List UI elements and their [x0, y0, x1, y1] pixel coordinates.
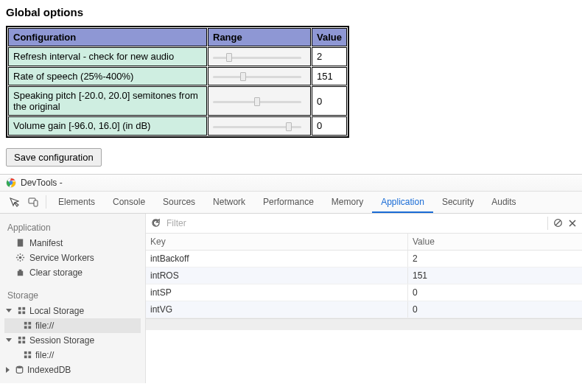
- save-button[interactable]: Save configuration: [6, 148, 102, 167]
- tree-node-label: IndexedDB: [27, 365, 71, 375]
- table-row: Volume gain [-96.0, 16.0] (in dB)0: [8, 116, 347, 136]
- storage-key: intSP: [146, 284, 408, 301]
- svg-rect-13: [28, 326, 31, 329]
- svg-point-22: [16, 366, 22, 368]
- storage-row[interactable]: intVG0: [146, 301, 582, 318]
- storage-row[interactable]: intROS151: [146, 267, 582, 284]
- range-slider[interactable]: [213, 122, 301, 132]
- devtools-tabbar: ElementsConsoleSourcesNetworkPerformance…: [0, 192, 582, 214]
- tab-application[interactable]: Application: [372, 192, 433, 213]
- storage-key: intBackoff: [146, 251, 408, 267]
- sidebar-item-label: Clear storage: [29, 267, 83, 278]
- sidebar-item-manifest[interactable]: Manifest: [4, 236, 141, 251]
- svg-rect-19: [28, 351, 31, 354]
- storage-value: 0: [408, 301, 582, 318]
- tab-security[interactable]: Security: [433, 192, 483, 213]
- storage-table-header: Key Value: [146, 234, 582, 251]
- trash-icon: [15, 267, 25, 278]
- svg-rect-3: [34, 200, 38, 206]
- svg-rect-9: [22, 312, 25, 315]
- config-label: Speaking pitch [-20.0, 20.0] semitones f…: [8, 86, 207, 116]
- storage-value: 151: [408, 267, 582, 284]
- caret-icon: [6, 338, 12, 342]
- storage-value: 2: [408, 251, 582, 267]
- tab-network[interactable]: Network: [204, 192, 254, 213]
- grid-icon: [16, 335, 27, 346]
- svg-rect-15: [22, 337, 25, 340]
- config-value: 0: [312, 86, 347, 116]
- tree-node-label: Local Storage: [29, 306, 84, 316]
- table-row: Speaking pitch [-20.0, 20.0] semitones f…: [8, 86, 347, 116]
- sidebar-item-clear-storage[interactable]: Clear storage: [4, 265, 141, 280]
- divider: [547, 217, 548, 230]
- storage-value: 0: [408, 284, 582, 301]
- svg-rect-16: [18, 341, 21, 344]
- devtools-panel: DevTools - ElementsConsoleSourcesNetwork…: [0, 174, 582, 383]
- col-header-config: Configuration: [8, 28, 207, 46]
- block-icon[interactable]: [553, 218, 563, 228]
- storage-row[interactable]: intBackoff2: [146, 251, 582, 267]
- svg-rect-18: [24, 351, 27, 354]
- caret-icon: [6, 367, 10, 373]
- svg-rect-6: [18, 307, 21, 310]
- kv-header-value: Value: [408, 234, 582, 250]
- inspect-icon[interactable]: [4, 192, 24, 212]
- storage-key: intVG: [146, 301, 408, 318]
- svg-rect-8: [18, 312, 21, 315]
- devtools-sidebar: Application ManifestService WorkersClear…: [0, 214, 146, 383]
- tab-audits[interactable]: Audits: [483, 192, 525, 213]
- svg-rect-14: [18, 337, 21, 340]
- devtools-title: DevTools -: [21, 178, 63, 188]
- col-header-range: Range: [208, 28, 311, 46]
- config-value: 151: [312, 67, 347, 86]
- grid-icon: [22, 321, 32, 331]
- storage-row[interactable]: intSP0: [146, 284, 582, 301]
- tree-child-file[interactable]: file://: [4, 318, 141, 333]
- sidebar-section-application: Application: [4, 220, 141, 236]
- config-table: Configuration Range Value Refresh interv…: [6, 26, 349, 138]
- database-icon: [14, 365, 24, 375]
- sidebar-section-storage: Storage: [4, 287, 141, 304]
- caret-icon: [6, 309, 12, 312]
- refresh-icon[interactable]: [150, 218, 161, 228]
- tree-child-file[interactable]: file://: [4, 348, 141, 363]
- grid-icon: [22, 350, 32, 360]
- tab-memory[interactable]: Memory: [323, 192, 372, 213]
- config-value: 0: [312, 116, 347, 136]
- storage-table-footer: [146, 318, 582, 330]
- config-slider-cell: [208, 47, 311, 66]
- config-label: Volume gain [-96.0, 16.0] (in dB): [8, 116, 207, 136]
- config-slider-cell: [208, 67, 311, 86]
- storage-key: intROS: [146, 267, 408, 284]
- svg-rect-4: [17, 239, 22, 247]
- filter-input[interactable]: [165, 216, 543, 231]
- svg-rect-7: [22, 307, 25, 310]
- range-slider[interactable]: [213, 52, 301, 63]
- tree-node-local-storage[interactable]: Local Storage: [4, 304, 141, 318]
- tree-child-label: file://: [35, 321, 54, 331]
- svg-point-5: [18, 256, 21, 259]
- svg-rect-10: [24, 322, 27, 325]
- range-slider[interactable]: [213, 97, 301, 107]
- tree-node-label: Session Storage: [29, 335, 94, 346]
- device-toggle-icon[interactable]: [24, 192, 43, 212]
- chrome-icon: [6, 178, 16, 188]
- col-header-value: Value: [312, 28, 347, 46]
- kv-header-key: Key: [146, 234, 408, 250]
- tab-console[interactable]: Console: [104, 192, 154, 213]
- range-slider[interactable]: [213, 71, 301, 82]
- tab-elements[interactable]: Elements: [49, 192, 104, 213]
- tab-sources[interactable]: Sources: [154, 192, 204, 213]
- sidebar-item-service-workers[interactable]: Service Workers: [4, 251, 141, 265]
- svg-rect-11: [28, 322, 31, 325]
- config-slider-cell: [208, 116, 311, 136]
- svg-rect-12: [24, 326, 27, 329]
- close-icon[interactable]: [567, 218, 578, 228]
- tree-node-indexeddb[interactable]: IndexedDB: [4, 363, 141, 377]
- tree-child-label: file://: [35, 350, 54, 360]
- tree-node-session-storage[interactable]: Session Storage: [4, 333, 141, 348]
- tab-performance[interactable]: Performance: [254, 192, 323, 213]
- page-title: Global options: [6, 6, 576, 18]
- table-row: Rate of speech (25%-400%)151: [8, 67, 347, 86]
- svg-line-24: [555, 220, 561, 225]
